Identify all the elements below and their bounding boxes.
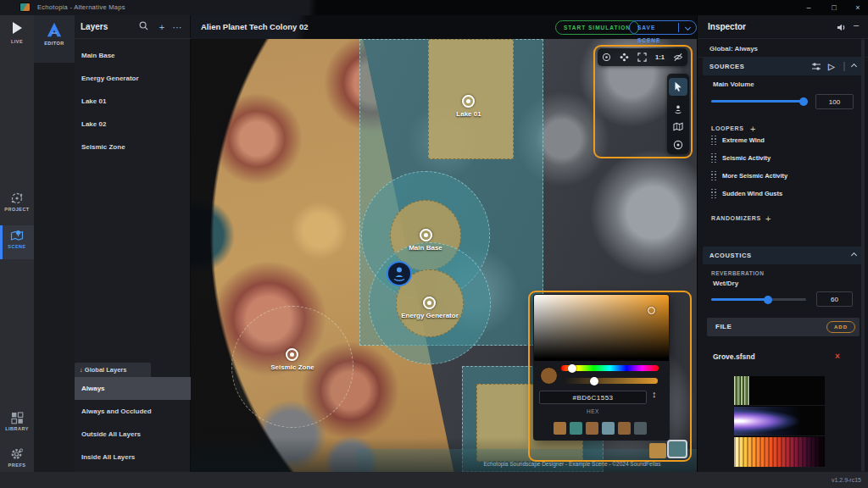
wetdry-value[interactable]: 60 <box>816 291 853 307</box>
acoustics-collapse-icon[interactable] <box>851 252 857 258</box>
inspector-scrollbar[interactable] <box>861 39 865 472</box>
marker-label-lake-01: Lake 01 <box>431 110 507 118</box>
add-randomizer-icon[interactable]: + <box>765 215 771 222</box>
global-layer-always-occluded[interactable]: Always and Occluded <box>75 400 191 423</box>
rail-item-live[interactable]: LIVE <box>0 22 34 44</box>
wetdry-handle[interactable] <box>764 296 772 304</box>
acoustics-section-header[interactable]: ACOUSTICS <box>703 247 865 264</box>
rail-item-library[interactable]: LIBRARY <box>0 412 34 431</box>
layers-header: Layers + ⋯ <box>75 15 191 39</box>
looper-item-more-seismic-activity[interactable]: More Seismic Activity <box>711 167 855 185</box>
save-scene-button[interactable]: SAVE SCENE <box>629 20 697 35</box>
global-layer-outside-all[interactable]: Outside All Layers <box>75 423 191 446</box>
library-grid-icon <box>11 412 24 424</box>
marker-label-main-base: Main Base <box>387 244 464 252</box>
main-volume-value[interactable]: 100 <box>815 94 854 109</box>
scene-map-pin-icon <box>10 229 24 242</box>
app-window: Echotopia - Alternative Maps – □ × LIVE … <box>0 0 868 488</box>
spectrogram-band-1 <box>734 376 825 406</box>
layers-title: Layers <box>81 15 108 39</box>
layers-panel: Layers + ⋯ Main Base Energy Generator La… <box>75 15 191 472</box>
rail-item-scene[interactable]: SCENE <box>0 225 34 259</box>
marker-lake-01[interactable] <box>462 95 475 108</box>
sources-collapse-icon[interactable] <box>851 64 857 69</box>
reverberation-label: REVERBERATION <box>711 270 764 276</box>
add-file-button[interactable]: ADD <box>826 321 855 333</box>
map-credit-text: Echotopia Soundscape Designer - Example … <box>403 461 697 467</box>
map-title: Alien Planet Tech Colony 02 <box>201 15 309 39</box>
sources-section-header[interactable]: SOURCES ▷ <box>703 58 865 75</box>
editor-tab-label: EDITOR <box>34 41 75 46</box>
scene-selected-indicator <box>0 225 3 259</box>
layer-item-lake-02[interactable]: Lake 02 <box>75 113 191 136</box>
rail-label-scene: SCENE <box>0 244 34 249</box>
save-divider <box>678 23 679 32</box>
global-layers-header[interactable]: ↓ Global Layers <box>75 363 151 377</box>
close-icon[interactable]: × <box>849 0 866 15</box>
left-rail: LIVE PROJECT SCENE LIBRARY <box>0 15 34 472</box>
rail-label-prefs: PREFS <box>0 463 34 468</box>
picker-highlight-annotation <box>528 291 692 462</box>
speaker-icon[interactable] <box>837 23 847 32</box>
window-titlebar: Echotopia - Alternative Maps – □ × <box>0 0 868 15</box>
rail-item-project[interactable]: PROJECT <box>0 191 34 212</box>
layer-item-seismic-zone[interactable]: Seismic Zone <box>75 136 191 158</box>
inspector-panel: Inspector – Global: Always SOURCES ▷ Mai… <box>697 15 868 472</box>
window-title: Echotopia - Alternative Maps <box>37 0 125 15</box>
layer-item-lake-01[interactable]: Lake 01 <box>75 90 191 113</box>
spectrogram-band-2 <box>734 407 825 436</box>
layer-item-main-base[interactable]: Main Base <box>75 44 191 67</box>
drag-handle-icon[interactable] <box>711 136 716 145</box>
looper-item-seismic-activity[interactable]: Seismic Activity <box>711 149 855 167</box>
drag-handle-icon[interactable] <box>711 153 716 163</box>
rail-label-project: PROJECT <box>0 207 34 212</box>
loopers-label: LOOPERS <box>711 125 743 131</box>
main-volume-slider[interactable] <box>711 100 808 103</box>
map-toolbar: Alien Planet Tech Colony 02 START SIMULA… <box>191 15 697 39</box>
main-volume-label: Main Volume <box>713 80 754 88</box>
marker-seismic-zone[interactable] <box>286 348 298 361</box>
marker-label-seismic-zone: Seismic Zone <box>254 363 331 371</box>
sources-play-icon[interactable]: ▷ <box>828 58 835 75</box>
rail-item-prefs[interactable]: PREFS <box>0 447 34 468</box>
looper-label: Extreme Wind <box>722 136 765 144</box>
project-icon <box>10 191 24 205</box>
layers-more-icon[interactable]: ⋯ <box>171 21 183 33</box>
randomizers-label: RANDOMIZERS <box>711 215 761 221</box>
listener-position-icon[interactable] <box>387 261 412 286</box>
minimize-icon[interactable]: – <box>800 0 817 15</box>
search-icon[interactable] <box>139 21 151 33</box>
app-logo-icon <box>19 3 31 12</box>
live-play-icon <box>13 22 22 34</box>
maximize-icon[interactable]: □ <box>826 0 843 15</box>
file-header-label: FILE <box>715 323 732 330</box>
map-canvas[interactable]: Lake 01 Main Base Energy Generator Seism… <box>191 39 697 472</box>
marker-energy-generator[interactable] <box>423 297 436 309</box>
tab-editor[interactable]: EDITOR <box>34 15 75 63</box>
looper-label: Sudden Wind Gusts <box>722 190 782 197</box>
layer-item-energy-generator[interactable]: Energy Generator <box>75 67 191 90</box>
drag-handle-icon[interactable] <box>711 171 716 180</box>
mixer-icon[interactable] <box>811 62 821 71</box>
status-bar: v1.2.9-rc15 <box>0 472 868 488</box>
looper-item-extreme-wind[interactable]: Extreme Wind <box>711 131 855 149</box>
marker-main-base[interactable] <box>420 229 432 241</box>
looper-item-sudden-wind-gusts[interactable]: Sudden Wind Gusts <box>711 185 855 202</box>
looper-label: More Seismic Activity <box>722 172 787 180</box>
version-label: v1.2.9-rc15 <box>832 472 861 488</box>
sources-header-label: SOURCES <box>709 63 744 70</box>
spectrogram-preview <box>734 376 825 468</box>
main-volume-handle[interactable] <box>799 97 808 106</box>
remove-file-icon[interactable]: × <box>835 352 840 361</box>
global-layer-always[interactable]: Always <box>75 377 191 400</box>
start-simulation-button[interactable]: START SIMULATION <box>555 20 639 35</box>
wetdry-slider[interactable] <box>711 298 806 301</box>
drag-handle-icon[interactable] <box>711 189 716 198</box>
global-layer-inside-all[interactable]: Inside All Layers <box>75 446 191 469</box>
add-layer-icon[interactable]: + <box>156 21 168 33</box>
inspector-collapse-icon[interactable]: – <box>854 19 859 30</box>
toolbar-highlight-annotation <box>593 45 693 158</box>
rail-label-library: LIBRARY <box>0 426 34 431</box>
looper-label: Seismic Activity <box>722 154 771 162</box>
chevron-down-icon[interactable] <box>685 25 691 30</box>
